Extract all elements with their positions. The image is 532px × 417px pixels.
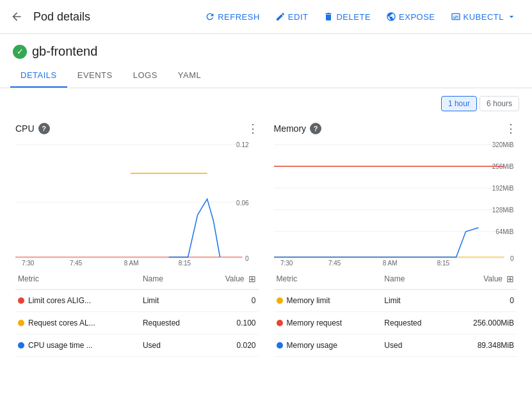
- mem-value-2: 89.348MiB: [446, 334, 517, 357]
- cpu-metric-2: CPU usage time ...: [15, 334, 140, 357]
- time-1h-button[interactable]: 1 hour: [441, 96, 477, 111]
- refresh-button[interactable]: REFRESH: [200, 8, 265, 26]
- cpu-metrics-table: Metric Name Value ⊞: [15, 269, 259, 357]
- charts-grid: CPU ? ⋮ 0.12 0.06 0 7:: [0, 116, 532, 266]
- cpu-value-1: 0.100: [204, 312, 259, 334]
- pod-name-section: ✓ gb-frontend: [0, 34, 532, 64]
- tab-logs[interactable]: LOGS: [123, 64, 168, 88]
- svg-text:7:45: 7:45: [328, 260, 341, 266]
- time-6h-button[interactable]: 6 hours: [480, 96, 519, 111]
- status-icon: ✓: [13, 45, 27, 59]
- metrics-section: Metric Name Value ⊞: [0, 266, 532, 359]
- pod-name: gb-frontend: [32, 44, 97, 59]
- svg-text:7:30: 7:30: [22, 260, 35, 266]
- mem-dot-1: [277, 320, 283, 326]
- mem-metric-col-header: Metric: [274, 269, 382, 290]
- cpu-metric-col-header: Metric: [15, 269, 140, 290]
- table-row: Memory request Requested 256.000MiB: [274, 312, 517, 334]
- cpu-chart-area: 0.12 0.06 0 7:30 7:45 8 AM 8:15: [15, 138, 259, 266]
- memory-more-button[interactable]: ⋮: [505, 122, 517, 136]
- svg-text:128MiB: 128MiB: [492, 207, 513, 214]
- mem-metric-0: Memory limit: [274, 290, 382, 312]
- cpu-name-0: Limit: [140, 290, 204, 312]
- cpu-name-2: Used: [140, 334, 204, 357]
- tab-events[interactable]: EVENTS: [67, 64, 123, 88]
- table-row: Memory usage Used 89.348MiB: [274, 334, 517, 357]
- mem-name-0: Limit: [382, 290, 446, 312]
- kubectl-button[interactable]: KUBECTL: [446, 8, 522, 26]
- cpu-metrics-table-wrapper: Metric Name Value ⊞: [8, 266, 266, 359]
- memory-help-icon[interactable]: ?: [310, 123, 321, 134]
- mem-metric-2: Memory usage: [274, 334, 382, 357]
- svg-text:64MiB: 64MiB: [496, 228, 514, 235]
- cpu-dot-1: [18, 320, 24, 326]
- cpu-chart-title: CPU: [15, 123, 35, 134]
- expose-button[interactable]: EXPOSE: [381, 8, 440, 26]
- svg-text:192MiB: 192MiB: [492, 185, 513, 192]
- svg-text:0.12: 0.12: [236, 141, 249, 148]
- memory-chart-area: 320MiB 256MiB 192MiB 128MiB 64MiB 0: [274, 138, 517, 266]
- cpu-more-button[interactable]: ⋮: [247, 122, 259, 136]
- cpu-chart-header: CPU ? ⋮: [15, 122, 259, 136]
- table-row: Request cores AL... Requested 0.100: [15, 312, 259, 334]
- mem-name-1: Requested: [382, 312, 446, 334]
- mem-value-col-header: Value ⊞: [446, 269, 517, 290]
- mem-name-col-header: Name: [382, 269, 446, 290]
- cpu-value-col-header: Value ⊞: [204, 269, 259, 290]
- svg-text:7:30: 7:30: [280, 260, 293, 266]
- mem-name-2: Used: [382, 334, 446, 357]
- table-row: Limit cores ALIG... Limit 0: [15, 290, 259, 312]
- cpu-chart-svg: 0.12 0.06 0 7:30 7:45 8 AM 8:15: [15, 138, 259, 266]
- cpu-column-toggle[interactable]: ⊞: [248, 274, 256, 284]
- mem-value-0: 0: [446, 290, 517, 312]
- memory-column-toggle[interactable]: ⊞: [506, 274, 514, 284]
- cpu-value-0: 0: [204, 290, 259, 312]
- svg-text:0.06: 0.06: [236, 200, 249, 207]
- svg-text:0: 0: [245, 255, 249, 262]
- svg-text:8:15: 8:15: [437, 260, 449, 266]
- memory-chart-title: Memory: [274, 123, 307, 134]
- delete-button[interactable]: DELETE: [318, 8, 376, 26]
- header: Pod details REFRESH EDIT DELETE EXPOSE K…: [0, 0, 532, 34]
- memory-metrics-table-wrapper: Metric Name Value ⊞: [266, 266, 525, 359]
- cpu-name-col-header: Name: [140, 269, 204, 290]
- mem-value-1: 256.000MiB: [446, 312, 517, 334]
- memory-metrics-table: Metric Name Value ⊞: [274, 269, 517, 357]
- back-button[interactable]: [10, 10, 23, 23]
- header-actions: REFRESH EDIT DELETE EXPOSE KUBECTL: [200, 8, 522, 26]
- metrics-grid: Metric Name Value ⊞: [8, 266, 524, 359]
- svg-text:7:45: 7:45: [70, 260, 83, 266]
- tab-yaml[interactable]: YAML: [168, 64, 211, 88]
- tabs: DETAILS EVENTS LOGS YAML: [0, 64, 532, 88]
- tab-details[interactable]: DETAILS: [10, 64, 67, 88]
- table-row: Memory limit Limit 0: [274, 290, 517, 312]
- mem-dot-2: [277, 342, 283, 349]
- mem-metric-1: Memory request: [274, 312, 382, 334]
- memory-chart-card: Memory ? ⋮ 320MiB 256MiB 192MiB 128MiB 6…: [266, 116, 525, 266]
- cpu-chart-card: CPU ? ⋮ 0.12 0.06 0 7:: [8, 116, 266, 266]
- svg-text:8:15: 8:15: [179, 260, 191, 266]
- memory-chart-svg: 320MiB 256MiB 192MiB 128MiB 64MiB 0: [274, 138, 517, 266]
- page-title: Pod details: [33, 10, 189, 24]
- edit-button[interactable]: EDIT: [270, 8, 314, 26]
- cpu-metric-1: Request cores AL...: [15, 312, 140, 334]
- table-row: CPU usage time ... Used 0.020: [15, 334, 259, 357]
- cpu-help-icon[interactable]: ?: [38, 123, 50, 134]
- cpu-metric-0: Limit cores ALIG...: [15, 290, 140, 312]
- svg-text:0: 0: [510, 255, 513, 262]
- svg-text:8 AM: 8 AM: [382, 260, 397, 266]
- memory-chart-header: Memory ? ⋮: [274, 122, 517, 136]
- cpu-dot-2: [18, 342, 24, 349]
- mem-dot-0: [277, 297, 283, 304]
- time-range: 1 hour 6 hours: [0, 88, 532, 116]
- cpu-value-2: 0.020: [204, 334, 259, 357]
- svg-text:320MiB: 320MiB: [492, 141, 513, 148]
- cpu-dot-0: [18, 297, 24, 304]
- cpu-name-1: Requested: [140, 312, 204, 334]
- svg-text:8 AM: 8 AM: [124, 260, 139, 266]
